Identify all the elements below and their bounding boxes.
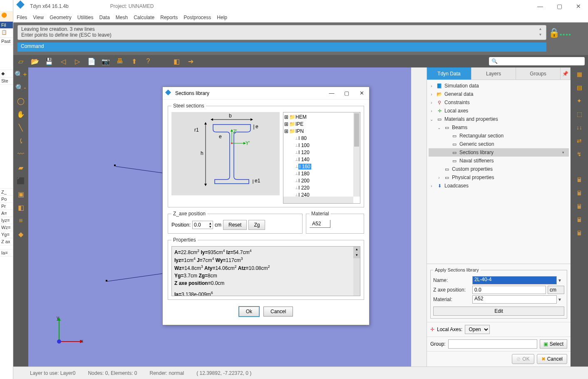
local-axes-select[interactable]: Open	[465, 325, 490, 334]
props-scrollbar[interactable]: ▴▾	[353, 247, 360, 296]
dialog-minimize[interactable]: —	[327, 90, 336, 96]
z-pos-input[interactable]: 0.0▴▾	[192, 221, 213, 229]
tab-tdyn-data[interactable]: Tdyn Data	[427, 67, 471, 80]
rt-icon-8[interactable]: 🖩	[571, 173, 588, 187]
menu-files[interactable]: Files	[17, 15, 27, 20]
rt-icon-11[interactable]: 🖩	[571, 213, 588, 227]
apply-mat-combo[interactable]: A52	[472, 295, 557, 304]
rp-ok-button[interactable]: ⊘OK	[512, 354, 534, 364]
erase-tool-icon[interactable]: ◧	[13, 201, 28, 214]
dropdown-icon[interactable]: ▾	[558, 277, 564, 283]
menu-postprocess[interactable]: Postprocess	[184, 15, 211, 20]
tree-item[interactable]: ⊥ I 220	[284, 184, 352, 191]
tree-rectangular-section[interactable]: Rectangular section	[459, 133, 504, 139]
menu-reports[interactable]: Reports	[160, 15, 178, 20]
minimize-button[interactable]: —	[531, 0, 550, 12]
tree-custom-properties[interactable]: Custom properties	[452, 166, 493, 172]
tree-loadcases[interactable]: Loadcases	[444, 183, 469, 189]
tree-item[interactable]: ⊥ I 120	[284, 149, 352, 156]
status-render[interactable]: Render: normal	[149, 370, 184, 376]
surface-icon[interactable]: ▰	[13, 161, 28, 174]
rt-icon-4[interactable]: ⬚	[571, 107, 588, 121]
tree-beams[interactable]: Beams	[452, 125, 467, 130]
apply-name-combo[interactable]: 2L-40-4	[472, 276, 557, 284]
tree-constraints[interactable]: Constraints	[444, 100, 470, 105]
dialog-cancel-button[interactable]: Cancel	[263, 307, 293, 317]
copy-icon[interactable]: 📄	[87, 57, 96, 65]
menu-help[interactable]: Help	[217, 15, 227, 20]
scrollbar-v[interactable]	[353, 112, 360, 197]
menu-view[interactable]: View	[33, 15, 44, 20]
material-value[interactable]: A52	[310, 220, 330, 228]
arc-icon[interactable]: ⤹	[13, 134, 28, 147]
tree-item[interactable]: ⊥ I 240	[284, 191, 352, 197]
menu-calculate[interactable]: Calculate	[134, 15, 154, 20]
tree-simulation-data[interactable]: Simulation data	[444, 83, 479, 89]
tree-item[interactable]: ⊥ I 80	[284, 135, 352, 142]
select-button[interactable]: ▣Select	[540, 339, 567, 349]
zoom-in-icon[interactable]: 🔍+	[13, 67, 28, 81]
undo-icon[interactable]: ◁	[59, 57, 67, 65]
msg-up[interactable]: ▴	[537, 26, 543, 32]
volume-icon[interactable]: ⬛	[13, 174, 28, 187]
dialog-titlebar[interactable]: Sections library — ▢ ✕	[163, 87, 369, 100]
zoom-out-icon[interactable]: 🔍-	[13, 81, 28, 94]
msg-down[interactable]: ▾	[537, 32, 543, 38]
tab-groups[interactable]: Groups	[516, 67, 561, 80]
tree-folder[interactable]: ⊞📁 IPN	[284, 127, 352, 135]
dialog-close[interactable]: ✕	[357, 90, 366, 96]
list-icon[interactable]: ≡	[13, 214, 28, 227]
apply-z-unit[interactable]: cm	[548, 286, 564, 294]
menu-geometry[interactable]: Geometry	[50, 15, 72, 20]
dialog-ok-button[interactable]: Ok	[239, 307, 259, 317]
pin-icon[interactable]: 📌	[561, 67, 571, 80]
tree-folder[interactable]: ⊞📁 HEM	[284, 113, 352, 120]
maximize-button[interactable]: ▢	[550, 0, 569, 12]
row-dropdown-icon[interactable]: ▾	[562, 150, 569, 155]
rt-icon-7[interactable]: ↯	[571, 147, 588, 161]
rotate-icon[interactable]: ◯	[13, 94, 28, 107]
section-tree[interactable]: ⊞📁 HEM⊞📁 IPE⊞📁 IPN⊥ I 80⊥ I 100⊥ I 120⊥ …	[283, 112, 360, 204]
search-input[interactable]: 🔍	[489, 57, 585, 65]
camera-icon[interactable]: 📷	[102, 57, 110, 65]
zg-button[interactable]: Zg	[248, 220, 265, 230]
tree-generic-section[interactable]: Generic section	[459, 141, 494, 147]
export-icon[interactable]: ⬆	[130, 57, 138, 65]
menu-utilities[interactable]: Utilities	[77, 15, 94, 20]
tree-item[interactable]: ⊥ I 100	[284, 142, 352, 149]
close-button[interactable]: ✕	[569, 0, 588, 12]
arrow-icon[interactable]: ➔	[186, 57, 195, 65]
help-icon[interactable]: ?	[144, 57, 152, 65]
redo-icon[interactable]: ▷	[73, 57, 82, 65]
rp-cancel-button[interactable]: ✖Cancel	[537, 354, 567, 364]
open-icon[interactable]: 📂	[31, 57, 39, 65]
tree-naval-stiffeners[interactable]: Naval stiffeners	[459, 158, 494, 164]
tree-item[interactable]: ⊥ I 140	[284, 156, 352, 163]
menu-data[interactable]: Data	[99, 15, 110, 20]
eraser-icon[interactable]: ◧	[172, 57, 181, 65]
tree-sections-library[interactable]: Sections library	[459, 150, 494, 155]
rt-icon-1[interactable]: ▦	[571, 67, 588, 81]
status-layer[interactable]: Layer to use: Layer0	[30, 370, 75, 376]
dialog-maximize[interactable]: ▢	[342, 90, 351, 96]
save-icon[interactable]: 💾	[45, 57, 53, 65]
dimension-icon[interactable]: ◆	[13, 227, 28, 241]
dropdown-icon[interactable]: ▾	[558, 297, 564, 302]
apply-z-input[interactable]	[472, 286, 546, 294]
tab-layers[interactable]: Layers	[471, 67, 516, 80]
print-icon[interactable]: 🖶	[116, 57, 124, 65]
rt-icon-6[interactable]: ⇄	[571, 134, 588, 147]
pan-icon[interactable]: ✋	[13, 107, 28, 121]
tree-folder[interactable]: ⊞📁 IPE	[284, 120, 352, 127]
tree-materials-properties[interactable]: Materials and properties	[444, 116, 498, 122]
reset-button[interactable]: Reset	[223, 220, 247, 230]
menu-mesh[interactable]: Mesh	[116, 15, 128, 20]
rt-icon-9[interactable]: 🖩	[571, 187, 588, 200]
apply-edit-button[interactable]: Edit	[433, 307, 564, 316]
group-combo[interactable]	[448, 339, 537, 349]
tree-item[interactable]: ⊥ I 180	[284, 170, 352, 177]
rt-icon-3[interactable]: ✦	[571, 94, 588, 107]
tree-physical-properties[interactable]: Physical properties	[452, 175, 494, 180]
rt-icon-5[interactable]: ↓↓	[571, 121, 588, 134]
new-icon[interactable]: ▱	[17, 57, 25, 65]
